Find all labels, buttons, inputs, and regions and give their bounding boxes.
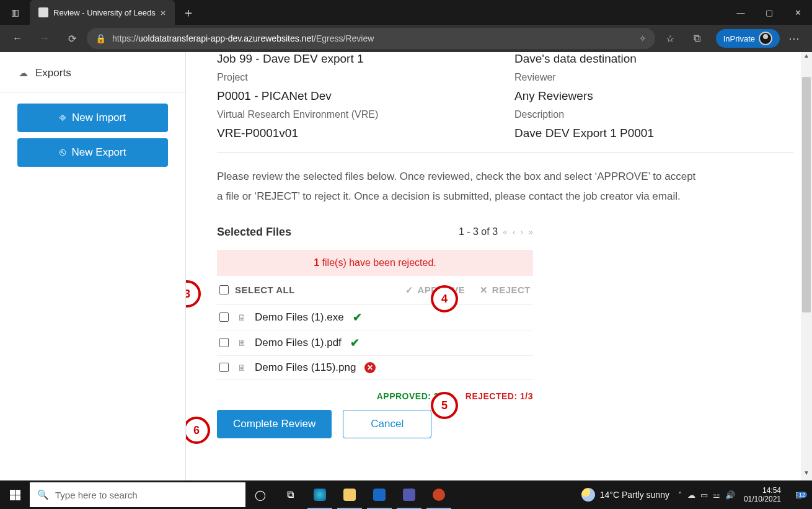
file-row: 🗎 Demo Files (1).pdf ✔ (217, 330, 533, 356)
vre-label: Virtual Research Environment (VRE) (217, 109, 496, 120)
browser-menu-button[interactable]: ⋯ (782, 27, 807, 50)
volume-icon[interactable]: 🔊 (725, 490, 735, 500)
file-checkbox[interactable] (219, 363, 229, 372)
job-details: Job 99 - Dave DEV export 1 Project P0001… (217, 52, 793, 153)
select-all-label[interactable]: SELECT ALL (235, 285, 295, 295)
browser-tab[interactable]: Review - University of Leeds × (30, 0, 175, 25)
project-value: P0001 - PICANet Dev (217, 89, 496, 103)
taskbar-app-outlook[interactable] (364, 480, 394, 509)
next-page-icon[interactable]: › (521, 227, 524, 237)
sidebar-separator (0, 92, 185, 92)
url-text: https://uoldatatransferapi-app-dev.azure… (112, 33, 633, 43)
favorites-icon[interactable]: ☆ (658, 27, 682, 50)
project-label: Project (217, 72, 496, 83)
description-label: Description (514, 109, 793, 120)
check-icon: ✓ (405, 285, 414, 296)
tab-actions-icon[interactable]: ▥ (0, 7, 30, 17)
instructions-text: Please review the selected files below. … (217, 167, 700, 207)
browser-titlebar: ▥ Review - University of Leeds × ＋ — ▢ ✕ (0, 0, 812, 25)
wifi-icon[interactable]: ⚍ (713, 490, 720, 500)
file-checkbox[interactable] (219, 312, 229, 322)
file-row: 🗎 Demo Files (115).png ✕ (217, 356, 533, 380)
sidebar-item-exports[interactable]: ☁ Exports (0, 61, 185, 86)
refresh-button[interactable]: ⟳ (60, 27, 84, 50)
window-close-button[interactable]: ✕ (783, 0, 812, 25)
taskbar-clock[interactable]: 14:54 01/10/2021 (740, 486, 785, 504)
complete-review-button[interactable]: Complete Review (217, 410, 332, 438)
last-page-icon[interactable]: » (528, 227, 533, 237)
annotation-5: 5 (431, 392, 458, 419)
inprivate-badge[interactable]: InPrivate (716, 29, 780, 48)
x-icon: ✕ (480, 285, 488, 296)
vre-value: VRE-P0001v01 (217, 126, 496, 140)
collections-icon[interactable]: ⧉ (685, 27, 710, 50)
browser-chrome: ▥ Review - University of Leeds × ＋ — ▢ ✕… (0, 0, 812, 52)
file-icon: 🗎 (237, 363, 246, 373)
new-tab-button[interactable]: ＋ (175, 4, 202, 21)
file-name: Demo Files (1).exe (255, 311, 344, 324)
select-all-checkbox[interactable] (219, 285, 229, 294)
taskbar-search[interactable]: 🔍 Type here to search (30, 482, 245, 507)
annotation-4: 4 (431, 285, 458, 312)
search-placeholder: Type here to search (55, 490, 138, 500)
window-minimize-button[interactable]: — (726, 0, 755, 25)
scroll-thumb[interactable] (802, 77, 811, 312)
notification-badge: 12 (797, 492, 807, 498)
job-name: Job 99 - Dave DEV export 1 (217, 52, 496, 66)
selected-files-title: Selected Files (217, 226, 459, 239)
cortana-icon[interactable]: ◯ (245, 480, 275, 509)
close-tab-icon[interactable]: × (161, 7, 166, 18)
file-icon: 🗎 (237, 312, 246, 322)
main-content: Job 99 - Dave DEV export 1 Project P0001… (186, 52, 812, 480)
first-page-icon[interactable]: « (503, 227, 508, 237)
reviewer-label: Reviewer (514, 72, 793, 83)
tray-expand-icon[interactable]: ˄ (678, 490, 682, 500)
file-name: Demo Files (1).pdf (255, 337, 342, 349)
taskbar-app-explorer[interactable] (335, 480, 364, 509)
task-view-icon[interactable]: ⧉ (275, 480, 305, 509)
approved-check-icon: ✔ (353, 311, 362, 324)
tab-title: Review - University of Leeds (53, 8, 156, 17)
action-center-icon[interactable]: ▤ 12 (790, 490, 807, 499)
browser-toolbar: ← → ⟳ 🔒 https://uoldatatransferapi-app-d… (0, 25, 812, 52)
review-summary: APPROVED: 2/3 REJECTED: 1/3 (217, 380, 533, 410)
windows-taskbar: 🔍 Type here to search ◯ ⧉ 14°C Partly su… (0, 480, 812, 509)
window-maximize-button[interactable]: ▢ (755, 0, 783, 25)
description-value: Dave DEV Export 1 P0001 (514, 126, 793, 140)
sidebar: ☁ Exports ⎆ New Import ⎋ New Export (0, 52, 186, 480)
file-icon: 🗎 (237, 338, 246, 348)
favicon-icon (38, 7, 48, 17)
scroll-up-icon[interactable]: ▲ (801, 52, 812, 63)
reading-mode-icon[interactable]: ✧ (639, 33, 647, 43)
forward-button[interactable]: → (32, 27, 57, 50)
import-icon: ⎆ (60, 112, 66, 124)
rejected-alert: 1 file(s) have been rejected. (217, 250, 533, 276)
action-row: Complete Review Cancel (217, 410, 793, 438)
annotation-6: 6 (186, 417, 210, 444)
reject-button[interactable]: ✕ REJECT (480, 285, 531, 296)
cancel-button[interactable]: Cancel (343, 410, 431, 438)
taskbar-app-edge[interactable] (305, 480, 335, 509)
address-bar[interactable]: 🔒 https://uoldatatransferapi-app-dev.azu… (87, 28, 655, 49)
taskbar-app-teams[interactable] (394, 480, 424, 509)
files-header: Selected Files 1 - 3 of 3 « ‹ › » (217, 226, 533, 239)
taskbar-app-powerpoint[interactable] (424, 480, 454, 509)
scroll-down-icon[interactable]: ▼ (801, 469, 812, 480)
onedrive-icon[interactable]: ☁ (687, 490, 695, 500)
rejected-x-icon: ✕ (364, 362, 376, 373)
reviewer-value: Any Reviewers (514, 89, 793, 103)
back-button[interactable]: ← (5, 27, 30, 50)
weather-widget[interactable]: 14°C Partly sunny (581, 488, 669, 502)
cloud-upload-icon: ☁ (19, 68, 28, 79)
prev-page-icon[interactable]: ‹ (513, 227, 516, 237)
sidebar-item-label: Exports (35, 67, 71, 79)
battery-icon[interactable]: ▭ (700, 490, 708, 500)
new-export-button[interactable]: ⎋ New Export (17, 138, 168, 167)
lock-icon: 🔒 (95, 33, 106, 43)
file-name: Demo Files (115).png (255, 361, 356, 374)
profile-avatar-icon (759, 32, 772, 45)
page-scrollbar[interactable]: ▲ ▼ (801, 52, 812, 480)
new-import-button[interactable]: ⎆ New Import (17, 104, 168, 132)
start-button[interactable] (0, 480, 30, 509)
file-checkbox[interactable] (219, 338, 229, 347)
